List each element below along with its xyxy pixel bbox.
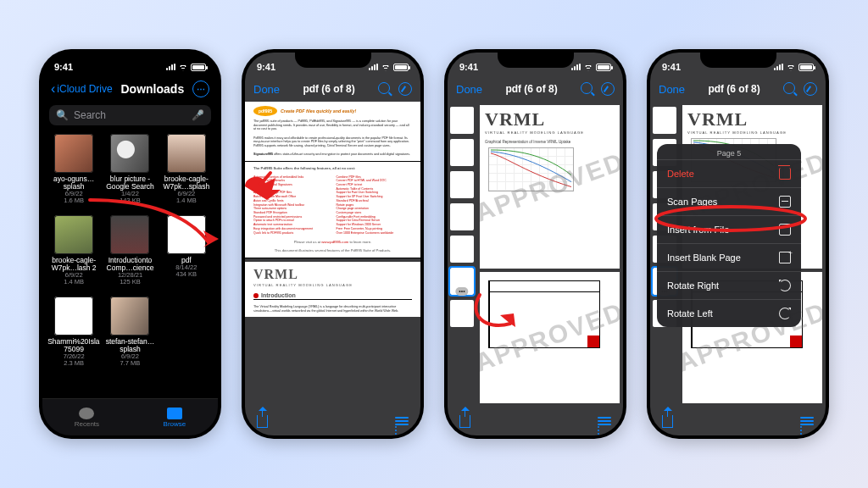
menu-insert-blank-page[interactable]: Insert Blank Page <box>657 243 801 271</box>
files-grid: ayo-oguns…splash 6/9/221.6 MB blur pictu… <box>42 129 218 398</box>
page-thumbnail[interactable] <box>450 171 474 198</box>
done-button[interactable]: Done <box>659 83 685 96</box>
share-button[interactable] <box>257 415 268 428</box>
page-thumbnail[interactable] <box>450 139 474 166</box>
page-thumbnail-selected[interactable]: ••• <box>450 268 474 295</box>
page-thumbnail[interactable] <box>653 107 676 134</box>
phone-pdf-scroll: 9:41 Done pdf (6 of 8) pdf995 Create PDF… <box>242 49 424 439</box>
file-item[interactable]: stefan-stefan…splash 6/9/227.7 MB <box>103 297 156 374</box>
pdf-page[interactable]: pdf995 Create PDF files quickly and easi… <box>245 102 420 258</box>
share-button[interactable] <box>459 415 470 428</box>
page-thumbnail[interactable] <box>450 203 474 230</box>
pdf-navbar: Done pdf (6 of 8) <box>245 76 420 102</box>
file-item[interactable]: Shammi%20Islam%2…75099 7/26/222.3 MB <box>47 297 100 374</box>
back-button[interactable]: ‹ iCloud Drive <box>51 82 113 96</box>
page-thumbnail[interactable] <box>450 107 474 134</box>
markup-icon[interactable] <box>398 82 412 96</box>
more-options-button[interactable]: ⋯ <box>192 80 209 97</box>
thumbnails-button[interactable] <box>395 417 409 425</box>
file-thumbnail <box>167 215 206 254</box>
folder-icon <box>167 408 182 419</box>
scan-icon <box>779 196 791 208</box>
blank-page-icon <box>779 252 791 263</box>
page-thumbnail[interactable] <box>450 236 474 263</box>
pdf-page[interactable]: VRML VIRTUAL REALITY MODELING LANGUAGE G… <box>480 105 620 269</box>
data-table <box>488 280 600 348</box>
folder-icon <box>779 224 791 236</box>
page-title: Downloads <box>121 82 185 96</box>
search-input[interactable]: 🔍 Search 🎤 <box>49 105 211 125</box>
back-label: iCloud Drive <box>57 83 112 95</box>
dictate-icon[interactable]: 🎤 <box>192 109 204 121</box>
rotate-right-icon <box>779 280 791 291</box>
tab-recents[interactable]: Recents <box>75 408 99 428</box>
chevron-left-icon: ‹ <box>51 82 55 96</box>
thumbnails-button[interactable] <box>800 417 814 425</box>
menu-insert-from-file[interactable]: Insert from File <box>657 215 801 243</box>
menu-rotate-left[interactable]: Rotate Left <box>657 299 801 327</box>
page-thumbnail[interactable] <box>450 300 474 327</box>
menu-scan-pages[interactable]: Scan Pages <box>657 187 801 215</box>
markup-icon[interactable] <box>804 82 817 96</box>
phone-files: 9:41 ‹ iCloud Drive Downloads ⋯ 🔍 Search… <box>39 49 221 439</box>
thumbnail-sidebar: ••• <box>448 102 476 407</box>
chart <box>488 147 574 191</box>
status-time: 9:41 <box>54 62 73 72</box>
share-button[interactable] <box>662 415 673 428</box>
search-placeholder: Search <box>74 109 106 121</box>
markup-icon[interactable] <box>601 82 615 96</box>
files-navbar: ‹ iCloud Drive Downloads ⋯ <box>42 76 218 102</box>
tab-browse[interactable]: Browse <box>164 408 186 428</box>
file-item[interactable]: blur picture - Google Search 1/4/22143 K… <box>103 134 156 212</box>
file-item[interactable]: brooke-cagle-W7pk…splash 6/9/221.4 MB <box>160 134 213 212</box>
pdf-toolbar <box>245 407 420 435</box>
file-thumbnail <box>54 297 93 336</box>
page-more-button[interactable]: ••• <box>455 287 468 296</box>
pdf-title: pdf (6 of 8) <box>303 83 354 95</box>
rotate-left-icon <box>779 308 791 319</box>
file-thumbnail <box>110 297 149 336</box>
cellular-icon <box>166 64 175 70</box>
phone-pdf-thumbs: 9:41 Done pdf (6 of 8) ••• <box>444 49 626 439</box>
file-thumbnail <box>167 134 206 173</box>
search-icon[interactable] <box>581 82 593 94</box>
done-button[interactable]: Done <box>456 83 482 96</box>
file-item[interactable]: Introductionto Comp…cience 12/28/21125 K… <box>103 215 156 293</box>
page-context-menu: Page 5 Delete Scan Pages Insert from Fil… <box>657 144 801 327</box>
pdf995-logo: pdf995 <box>253 106 277 116</box>
file-item[interactable]: ayo-oguns…splash 6/9/221.6 MB <box>47 134 100 212</box>
file-thumbnail <box>110 134 149 173</box>
menu-delete[interactable]: Delete <box>657 159 801 187</box>
trash-icon <box>779 168 791 180</box>
file-thumbnail <box>54 134 93 173</box>
search-icon[interactable] <box>378 82 390 94</box>
search-icon: 🔍 <box>56 109 69 121</box>
clock-icon <box>79 408 94 419</box>
pdf-page[interactable]: VRML VIRTUAL REALITY MODELING LANGUAGE I… <box>245 262 420 318</box>
menu-rotate-right[interactable]: Rotate Right <box>657 271 801 299</box>
battery-icon <box>191 64 206 71</box>
file-item[interactable]: pdf 8/14/22434 KB <box>160 215 213 293</box>
pdf-page[interactable]: APPROVED <box>480 272 620 403</box>
tab-bar: Recents Browse <box>42 398 218 435</box>
file-item[interactable]: brooke-cagle-W7pk…lash 2 6/9/221.4 MB <box>47 215 100 293</box>
done-button[interactable]: Done <box>253 83 280 96</box>
search-icon[interactable] <box>783 82 795 94</box>
file-thumbnail <box>54 215 93 254</box>
thumbnails-button[interactable] <box>598 417 611 425</box>
context-menu-header: Page 5 <box>657 144 801 159</box>
file-thumbnail <box>110 215 149 254</box>
wifi-icon <box>178 64 188 71</box>
phone-pdf-context-menu: 9:41 Done pdf (6 of 8) ••• VRML <box>647 49 829 439</box>
